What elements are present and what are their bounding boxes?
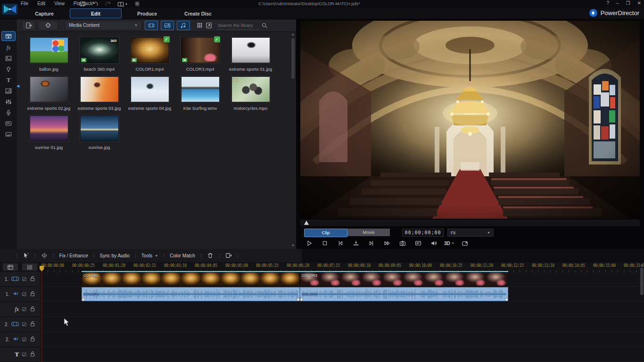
media-category-dropdown[interactable]: Media Content ▼ bbox=[65, 21, 142, 30]
track-header[interactable]: 1.☑ bbox=[0, 287, 40, 301]
chapter-room-button[interactable] bbox=[2, 119, 15, 128]
close-button[interactable]: ✕ bbox=[637, 0, 641, 6]
clip-handle[interactable] bbox=[297, 298, 300, 301]
clip-handle[interactable] bbox=[82, 298, 85, 301]
title-room-button[interactable]: T bbox=[2, 75, 15, 84]
voiceover-room-button[interactable] bbox=[2, 108, 15, 117]
track-lock-icon[interactable] bbox=[29, 321, 36, 328]
tab-produce[interactable]: Produce bbox=[122, 8, 173, 19]
minimize-button[interactable]: – bbox=[616, 0, 619, 6]
resize-thumbnail-button[interactable] bbox=[206, 22, 212, 29]
audio-mixing-room-button[interactable] bbox=[2, 97, 15, 106]
library-item[interactable]: ✓ COLOR3.mp4 bbox=[175, 37, 225, 72]
stop-button[interactable] bbox=[320, 239, 330, 247]
scroll-up-icon[interactable]: ▲ bbox=[291, 33, 295, 36]
library-item[interactable]: ballon.jpg bbox=[24, 37, 74, 72]
next-frame-button[interactable] bbox=[366, 239, 376, 247]
track-lock-icon[interactable] bbox=[29, 336, 36, 343]
media-thumbnail[interactable] bbox=[80, 76, 119, 102]
select-tool-button[interactable] bbox=[23, 252, 29, 259]
track-enable-checkbox[interactable]: ☑ bbox=[22, 352, 26, 358]
seek-playhead-icon[interactable] bbox=[304, 221, 309, 225]
media-thumbnail[interactable] bbox=[30, 37, 68, 63]
track-header[interactable]: 2.☑ bbox=[0, 332, 40, 346]
play-button[interactable] bbox=[304, 239, 314, 247]
track-body[interactable] bbox=[40, 347, 644, 362]
track-body[interactable]: COLOR1 COLOR3 bbox=[40, 272, 644, 287]
movie-mode-button[interactable]: Movie bbox=[347, 229, 390, 236]
import-media-button[interactable] bbox=[22, 21, 35, 30]
menu-edit[interactable]: Edit bbox=[37, 1, 45, 6]
media-thumbnail[interactable] bbox=[30, 76, 68, 102]
library-item[interactable]: extreme sports 04.jpg bbox=[125, 76, 174, 111]
audio-clip[interactable]: COLOR3 bbox=[300, 287, 508, 301]
video-clip[interactable]: COLOR3 bbox=[300, 272, 508, 286]
color-match-button[interactable]: Color Match bbox=[170, 253, 195, 258]
menu-file[interactable]: File bbox=[21, 1, 28, 6]
tools-button[interactable]: Tools▼ bbox=[141, 253, 158, 258]
library-scrollbar[interactable]: ▲ ▼ bbox=[291, 33, 295, 247]
fast-forward-button[interactable] bbox=[382, 239, 392, 247]
subtitle-room-button[interactable] bbox=[2, 130, 15, 139]
track-header[interactable]: fx☑ bbox=[0, 302, 40, 316]
track-header[interactable]: 2.☑ bbox=[0, 317, 40, 331]
zoom-level-dropdown[interactable]: Fit ▼ bbox=[447, 229, 494, 237]
library-item[interactable]: ✓ COLOR1.mp4 bbox=[125, 37, 174, 72]
clip-handle[interactable] bbox=[300, 298, 303, 301]
3d-mode-button[interactable]: 3D▼ bbox=[444, 239, 454, 247]
media-thumbnail[interactable] bbox=[30, 115, 68, 141]
track-lock-icon[interactable] bbox=[29, 305, 36, 313]
video-clip[interactable]: COLOR1 bbox=[82, 272, 300, 286]
pip-objects-room-button[interactable] bbox=[2, 54, 15, 63]
preview-seekbar[interactable] bbox=[300, 220, 640, 226]
help-button[interactable]: ? bbox=[607, 0, 610, 6]
screen-capture-button[interactable] bbox=[79, 0, 86, 8]
library-item[interactable]: extreme sports 01.jpg bbox=[226, 37, 275, 72]
undo-button[interactable] bbox=[92, 0, 99, 8]
library-item[interactable]: sunrise 01.jpg bbox=[24, 115, 74, 150]
settings-button[interactable] bbox=[134, 0, 140, 8]
scroll-down-icon[interactable]: ▼ bbox=[291, 244, 295, 247]
filter-music-toggle[interactable] bbox=[177, 21, 190, 30]
filter-photo-toggle[interactable] bbox=[161, 21, 174, 30]
volume-button[interactable] bbox=[429, 239, 438, 247]
media-thumbnail[interactable] bbox=[80, 115, 119, 141]
tab-edit[interactable]: Edit bbox=[70, 8, 122, 18]
track-lock-icon[interactable] bbox=[29, 351, 36, 358]
track-enable-checkbox[interactable]: ☑ bbox=[22, 321, 26, 328]
library-item[interactable]: extreme sports 03.jpg bbox=[74, 76, 124, 111]
effect-room-button[interactable]: fx bbox=[2, 43, 15, 52]
search-input[interactable] bbox=[217, 21, 259, 30]
preview-quality-button[interactable] bbox=[413, 239, 423, 247]
media-thumbnail[interactable] bbox=[231, 37, 270, 63]
clip-handle[interactable] bbox=[505, 298, 508, 301]
track-manager-button[interactable] bbox=[2, 263, 18, 271]
scrollbar-thumb[interactable] bbox=[640, 268, 644, 295]
tab-capture[interactable]: Capture bbox=[19, 8, 70, 19]
track-header[interactable]: 1.☑ bbox=[0, 272, 40, 286]
sync-by-audio-button[interactable]: Sync by Audio bbox=[100, 253, 130, 258]
snapshot-button[interactable] bbox=[397, 239, 407, 247]
track-body[interactable] bbox=[40, 332, 644, 347]
filter-video-toggle[interactable] bbox=[145, 21, 158, 30]
scrollbar-thumb[interactable] bbox=[291, 38, 295, 79]
track-body[interactable]: COLOR1 COLOR3 bbox=[40, 287, 644, 302]
library-item[interactable]: extreme sports 02.jpg bbox=[24, 76, 74, 111]
track-header[interactable]: T☑ bbox=[0, 347, 40, 362]
library-item[interactable]: sunrise.jpg bbox=[74, 115, 124, 150]
menu-view[interactable]: View bbox=[54, 1, 65, 6]
timeline-scrollbar[interactable]: ▲ bbox=[640, 263, 644, 353]
track-enable-checkbox[interactable]: ☑ bbox=[22, 337, 26, 343]
particle-room-button[interactable] bbox=[2, 65, 15, 74]
plugin-button[interactable] bbox=[38, 21, 58, 30]
fix-enhance-button[interactable]: Fix / Enhance bbox=[59, 253, 88, 258]
track-body[interactable] bbox=[40, 317, 644, 332]
grid-view-button[interactable] bbox=[197, 22, 203, 28]
redo-button[interactable] bbox=[105, 0, 111, 8]
clip-mode-button[interactable]: Clip bbox=[304, 229, 347, 237]
panel-collapse-icon[interactable]: ◀ bbox=[17, 84, 19, 88]
library-item[interactable]: 3D motorcycles.mpo bbox=[226, 76, 275, 111]
media-room-button[interactable] bbox=[1, 31, 16, 41]
media-thumbnail[interactable]: ✓ bbox=[181, 37, 220, 63]
tab-create-disc[interactable]: Create Disc bbox=[173, 8, 223, 19]
